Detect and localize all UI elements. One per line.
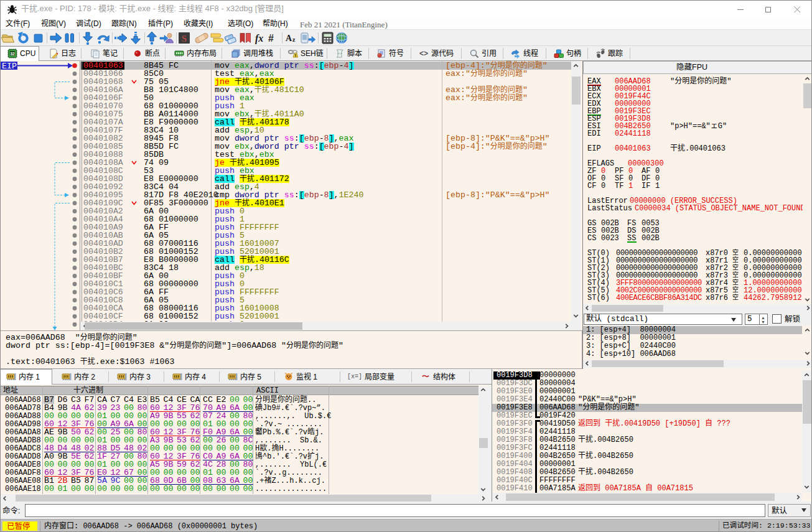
svg-text:<>: <>	[337, 52, 342, 56]
svg-text:<>: <>	[419, 49, 428, 58]
svg-text:z: z	[292, 36, 296, 43]
svg-text:fx: fx	[255, 33, 263, 44]
svg-text:〜: 〜	[422, 372, 429, 381]
svg-text:A: A	[286, 34, 292, 43]
svg-text:32: 32	[10, 52, 15, 56]
svg-text:EIP: EIP	[2, 62, 17, 71]
svg-text:#: #	[268, 33, 274, 44]
svg-text:S: S	[182, 34, 187, 44]
